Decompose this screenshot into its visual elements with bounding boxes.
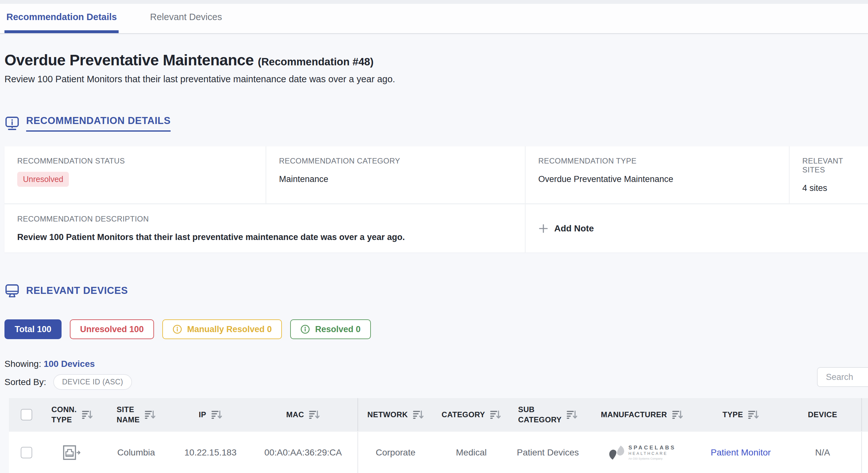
column-header-ip[interactable]: IP [172,398,249,431]
tab-recommendation-details[interactable]: Recommendation Details [4,4,119,33]
column-header-manufacturer[interactable]: MANUFACTURER [586,398,698,431]
table-header-row: CONN. TYPE SITE NAME IP MAC NETWORK CATE… [9,398,868,431]
column-header-select-all [9,398,44,431]
table-row[interactable]: Columbia 10.22.15.183 00:A0:AA:36:29:CA … [9,431,868,473]
add-note-button[interactable]: Add Note [526,204,868,252]
plus-icon [538,223,549,233]
sort-icon[interactable] [412,410,424,419]
filter-manually-resolved-label: Manually Resolved 0 [187,324,272,334]
device-header-label: DEVICE [808,410,837,420]
sort-icon[interactable] [81,410,93,419]
type-label: RECOMMENDATION TYPE [538,157,776,165]
recommendation-details-heading: RECOMMENDATION DETAILS [26,115,170,132]
relevant-devices-table: CONN. TYPE SITE NAME IP MAC NETWORK CATE… [9,398,868,473]
details-row-2: RECOMMENDATION DESCRIPTION Review 100 Pa… [4,203,868,252]
row-checkbox-cell [9,432,44,473]
sort-icon[interactable] [211,410,222,419]
spacelabs-logo-icon [608,444,625,461]
sort-chip-device-id-asc[interactable]: DEVICE ID (ASC) [53,374,132,390]
monitor-info-icon [4,116,20,131]
device-type-link[interactable]: Patient Monitor [698,432,784,473]
page-title-text: Overdue Preventative Maintenance [4,52,254,68]
column-header-partial[interactable]: P S [862,398,868,431]
manufacturer-sub: HEALTHCARE [628,451,676,456]
recommendation-details-page: { "colors": { "accent_blue": "#3B54A5", … [0,0,868,473]
relevant-devices-heading: RELEVANT DEVICES [26,285,128,296]
relevant-sites-label: RELEVANT SITES [802,157,855,175]
sort-icon[interactable] [566,410,578,419]
filter-resolved-button[interactable]: Resolved 0 [290,319,371,339]
showing-label: Showing: [4,359,41,369]
tab-relevant-devices[interactable]: Relevant Devices [148,4,224,33]
sort-icon[interactable] [308,410,320,419]
top-strip [0,0,868,4]
manufacturer-name: SPACELABS [628,444,676,451]
search-input[interactable] [817,367,868,387]
description-value: Review 100 Patient Monitors that their l… [17,232,512,242]
column-header-type[interactable]: TYPE [698,398,784,431]
ethernet-connection-icon [63,445,81,460]
type-header-label: TYPE [722,410,743,420]
category-cell-value: Medical [433,432,509,473]
spacelabs-logo-text: SPACELABS HEALTHCARE An OSI Systems Comp… [628,444,676,461]
row-checkbox[interactable] [21,447,32,458]
sort-icon[interactable] [490,410,501,419]
category-label: RECOMMENDATION CATEGORY [279,157,512,165]
recommendation-details-card: RECOMMENDATION STATUS Unresolved RECOMME… [4,146,868,252]
site-name-cell: Columbia [100,432,172,473]
description-cell: RECOMMENDATION DESCRIPTION Review 100 Pa… [4,204,526,252]
relevant-devices-section-header: RELEVANT DEVICES [4,283,868,298]
sort-icon[interactable] [672,410,683,419]
details-row-1: RECOMMENDATION STATUS Unresolved RECOMME… [4,146,868,203]
add-note-label: Add Note [554,223,594,233]
page-title: Overdue Preventative Maintenance (Recomm… [4,51,868,69]
type-cell: RECOMMENDATION TYPE Overdue Preventative… [526,146,789,203]
mac-cell: 00:A0:AA:36:29:CA [249,432,358,473]
column-header-mac[interactable]: MAC [249,398,358,431]
relevant-sites-cell: RELEVANT SITES 4 sites [789,146,868,203]
tab-bar: Recommendation Details Relevant Devices [0,4,868,34]
filter-resolved-label: Resolved 0 [315,324,361,334]
column-header-sub-category[interactable]: SUB CATEGORY [509,398,586,431]
device-status-filters: Total 100 Unresolved 100 Manually Resolv… [4,319,868,339]
category-header-label: CATEGORY [442,410,485,420]
info-icon [173,324,182,334]
sort-icon[interactable] [747,410,759,419]
filter-total-button[interactable]: Total 100 [4,319,62,339]
column-header-site-name[interactable]: SITE NAME [100,398,172,431]
recommendation-number: (Recommendation #48) [258,56,374,68]
conn-type-header-label: CONN. TYPE [51,405,76,425]
showing-count: 100 Devices [44,359,95,369]
category-value: Maintenance [279,175,512,184]
column-header-network[interactable]: NETWORK [358,398,433,431]
column-header-device[interactable]: DEVICE [784,398,862,431]
mac-header-label: MAC [286,410,304,420]
manufacturer-header-label: MANUFACTURER [601,410,667,420]
showing-line: Showing: 100 Devices [4,359,868,369]
sorted-by-line: Sorted By: DEVICE ID (ASC) [4,374,868,390]
type-value: Overdue Preventative Maintenance [538,175,776,184]
page-content: Overdue Preventative Maintenance (Recomm… [0,51,868,473]
info-icon [300,324,310,334]
filter-unresolved-label: Unresolved 100 [80,324,144,334]
manufacturer-tagline: An OSI Systems Company [628,457,676,461]
network-cell: Corporate [358,432,433,473]
filter-unresolved-button[interactable]: Unresolved 100 [70,319,154,339]
site-name-header-label: SITE NAME [117,405,140,425]
monitor-icon [4,283,20,298]
ip-header-label: IP [199,410,206,420]
select-all-checkbox[interactable] [21,409,32,420]
partial-status-cell [862,432,868,473]
sort-icon[interactable] [144,410,156,419]
filter-total-label: Total 100 [15,324,51,334]
column-header-category[interactable]: CATEGORY [433,398,509,431]
ip-cell: 10.22.15.183 [172,432,249,473]
category-cell: RECOMMENDATION CATEGORY Maintenance [266,146,526,203]
status-cell: RECOMMENDATION STATUS Unresolved [4,146,266,203]
manufacturer-cell: SPACELABS HEALTHCARE An OSI Systems Comp… [586,432,698,473]
column-header-conn-type[interactable]: CONN. TYPE [44,398,100,431]
recommendation-details-section-header: RECOMMENDATION DETAILS [4,115,868,132]
network-header-label: NETWORK [367,410,408,420]
device-cell: N/A [784,432,862,473]
filter-manually-resolved-button[interactable]: Manually Resolved 0 [162,319,282,339]
